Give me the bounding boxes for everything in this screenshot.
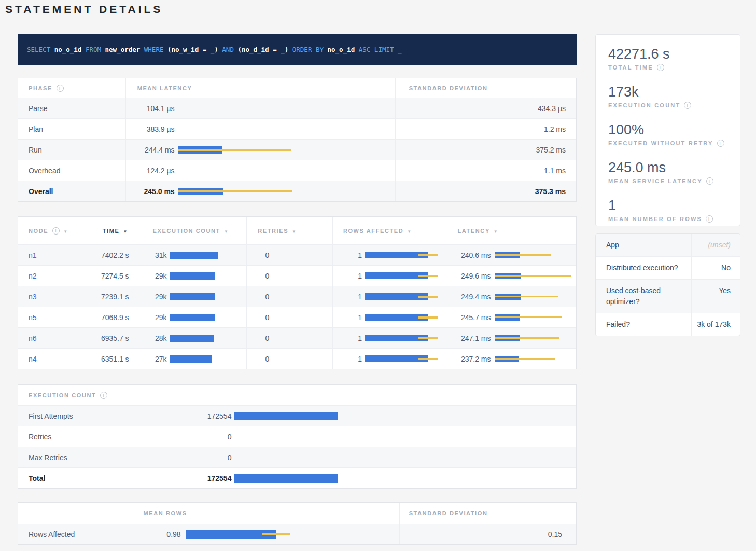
retries-value: 0 [258, 293, 269, 301]
exec-row-label: Retries [18, 426, 185, 447]
sort-icon[interactable] [292, 228, 297, 234]
node-link[interactable]: n6 [29, 334, 37, 342]
stat-label: Total Time [608, 64, 653, 71]
table-row-total: Total 172554 [18, 467, 576, 488]
exec-count-bar [170, 355, 218, 363]
table-row: Parse 104.1 µs 434.3 µs [18, 98, 576, 118]
sort-icon[interactable] [494, 228, 499, 234]
mean-latency-value: 244.4 ms [137, 146, 175, 154]
rows-affected-bar [365, 314, 438, 321]
sort-icon[interactable] [407, 228, 412, 234]
latency-bar [495, 335, 572, 341]
node-info-icon[interactable] [52, 227, 60, 235]
rows-affected-column-header[interactable]: Rows Affected [332, 217, 447, 244]
table-row: Retries 0 [18, 426, 576, 447]
latency-value: 240.6 ms [447, 251, 491, 259]
execution-count-table: Execution Count First Attempts 172554 Re… [18, 384, 577, 489]
executed-without-retry-info-icon[interactable] [717, 140, 724, 147]
node-table-header: Node Time Execution Count Retries [18, 217, 576, 244]
exec-count-bar [170, 335, 218, 342]
mean-service-latency-info-icon[interactable] [706, 177, 713, 185]
execution-count-info-icon[interactable] [100, 392, 107, 399]
retries-value: 0 [258, 355, 269, 363]
phase-label: Run [18, 140, 125, 160]
phase-info-icon[interactable] [57, 85, 64, 92]
rows-affected-bar [365, 272, 438, 279]
latency-bar [495, 314, 572, 321]
mean-number-of-rows-info-icon[interactable] [706, 215, 713, 223]
latency-value: 237.2 ms [447, 355, 491, 363]
latency-bar [178, 188, 292, 195]
retries-value: 0 [258, 251, 269, 259]
stat-value: 245.0 ms [608, 160, 727, 176]
sort-icon[interactable] [123, 228, 128, 234]
table-row: n6 6935.7 s 28k 0 1 247.1 ms [18, 327, 576, 348]
table-row: Plan 383.9 µs 1.2 ms [18, 118, 576, 139]
node-link[interactable]: n1 [29, 251, 37, 259]
mean-latency-column-header: Mean Latency [125, 78, 395, 98]
phase-label: Parse [18, 98, 125, 118]
rows-affected-value: 1 [333, 313, 362, 322]
attribute-value: Yes [692, 280, 740, 313]
node-column-header[interactable]: Node [18, 217, 92, 244]
rows-affected-value: 1 [333, 293, 362, 301]
exec-row-value: 0 [185, 453, 231, 462]
std-dev-value: 375.2 ms [395, 140, 576, 160]
rows-affected-table-header: Mean Rows Standard Deviation [18, 503, 576, 524]
exec-count-bar [170, 314, 218, 321]
latency-bar [495, 294, 572, 300]
attribute-label: Used cost-based optimizer? [596, 280, 692, 313]
mean-rows-bar [186, 530, 290, 539]
exec-count-bar [234, 412, 338, 420]
mean-rows-column-header: Mean Rows [134, 503, 399, 524]
total-time-info-icon[interactable] [657, 64, 664, 71]
retries-column-header[interactable]: Retries [246, 217, 332, 244]
execution-count-column-header[interactable]: Execution Count [142, 217, 247, 244]
main-column: SELECT no_o_id FROM new_order WHERE (no_… [18, 34, 577, 545]
attribute-row-distributed: Distributed execution? No [596, 256, 740, 279]
latency-bar [495, 273, 572, 279]
node-link[interactable]: n5 [29, 313, 37, 322]
phase-label: Overhead [18, 160, 125, 181]
phase-table: Phase Mean Latency Standard Deviation Pa… [18, 78, 577, 202]
exec-row-value: 172554 [185, 474, 231, 483]
execution-count-info-icon[interactable] [684, 102, 691, 109]
latency-column-header[interactable]: Latency [447, 217, 577, 244]
rows-affected-bar [365, 252, 438, 258]
table-row-overall: Overall 245.0 ms 375.3 ms [18, 181, 576, 201]
stat-value: 173k [608, 84, 727, 100]
node-link[interactable]: n3 [29, 293, 37, 301]
latency-bar [178, 167, 292, 174]
sort-icon[interactable] [224, 228, 229, 234]
stat-mean-service-latency: 245.0 ms Mean Service Latency [608, 160, 727, 185]
exec-count-value: 29k [142, 313, 167, 322]
attribute-row-optimizer: Used cost-based optimizer? Yes [596, 279, 740, 313]
statement-details-page: STATEMENT DETAILS SELECT no_o_id FROM ne… [0, 0, 756, 551]
rows-affected-value: 1 [333, 272, 362, 280]
std-dev-value: 1.2 ms [395, 119, 576, 139]
exec-count-value: 29k [142, 293, 167, 301]
time-column-header[interactable]: Time [92, 217, 142, 244]
retries-value: 0 [258, 272, 269, 280]
latency-bar [495, 252, 572, 258]
latency-value: 247.1 ms [447, 334, 491, 342]
stat-label: Execution Count [608, 102, 680, 108]
node-link[interactable]: n2 [29, 272, 37, 280]
phase-column-header: Phase [18, 78, 125, 98]
exec-row-label: Max Retries [18, 447, 185, 467]
stat-mean-number-of-rows: 1 Mean Number of Rows [608, 198, 727, 223]
attribute-label: App [596, 234, 692, 256]
latency-bar [178, 146, 292, 154]
exec-count-bar [170, 293, 218, 300]
table-row: Run 244.4 ms 375.2 ms [18, 139, 576, 160]
stat-total-time: 42271.6 s Total Time [608, 46, 727, 71]
standard-deviation-column-header: Standard Deviation [395, 78, 576, 98]
exec-row-value: 172554 [185, 412, 231, 420]
node-link[interactable]: n4 [29, 355, 37, 363]
retries-value: 0 [258, 334, 269, 342]
std-dev-value: 375.3 ms [395, 181, 576, 201]
execution-count-table-header: Execution Count [18, 385, 576, 405]
exec-count-value: 29k [142, 272, 167, 280]
stat-value: 100% [608, 122, 727, 138]
sort-icon[interactable] [63, 228, 68, 234]
